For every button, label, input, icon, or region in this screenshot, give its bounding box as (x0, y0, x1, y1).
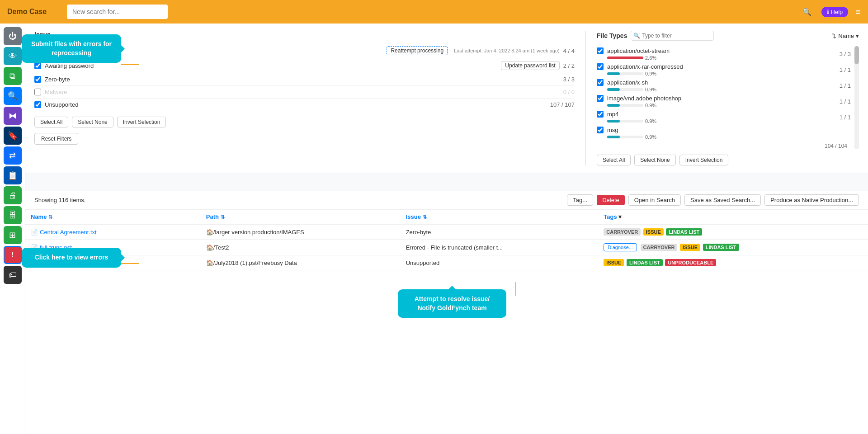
sidebar-item-search[interactable]: 🔍 (4, 87, 22, 105)
mp4-checkbox[interactable] (597, 111, 604, 118)
tooltip-submit[interactable]: Submit files with errors for reprocessin… (22, 34, 121, 63)
sidebar-item-tag[interactable]: 🏷 (4, 266, 22, 284)
ft-octet-bar-bg (607, 57, 643, 59)
diagnose-button[interactable]: Diagnose... (604, 243, 637, 251)
case-title[interactable]: Demo Case (7, 8, 61, 16)
ft-invert-btn[interactable]: Invert Selection (679, 155, 729, 165)
ft-item-psd: image/vnd.adobe.photoshop 0.9% 1 / 1 (597, 94, 851, 109)
reattempt-button[interactable]: Reattempt processing (387, 46, 448, 55)
rar-checkbox[interactable] (597, 63, 604, 70)
print-icon: 🖨 (9, 191, 17, 200)
zerobyte-checkbox[interactable] (34, 76, 41, 83)
col-tags[interactable]: Tags ▾ (598, 210, 868, 224)
unsupported-count: 107 / 107 (550, 101, 575, 108)
issue-sort-icon: ⇅ (423, 214, 427, 220)
tooltip-diagnose[interactable]: Attempt to resolve issue/ Notify GoldFyn… (398, 289, 506, 318)
file-types-section: File Types 🔍 ⇅ Name ▾ (597, 31, 859, 165)
sidebar-item-puzzle[interactable]: ⧓ (4, 107, 22, 125)
save-search-button[interactable]: Save as Saved Search... (684, 194, 761, 206)
malware-checkbox[interactable] (34, 89, 41, 95)
reset-filters-btn[interactable]: Reset Filters (34, 133, 78, 145)
sidebar-item-transfer[interactable]: ⇄ (4, 146, 22, 165)
menu-icon[interactable]: ≡ (855, 7, 861, 17)
ft-item-rar: application/x-rar-compressed 0.9% 1 / 1 (597, 62, 851, 78)
ft-search-wrap: 🔍 (631, 31, 828, 41)
path-sort-icon: ⇅ (221, 214, 225, 220)
row1-issue: Zero-byte (401, 224, 599, 240)
ft-psd-name: image/vnd.adobe.photoshop (607, 95, 836, 102)
copy-icon: ⧉ (9, 71, 15, 81)
unsupported-checkbox[interactable] (34, 101, 41, 108)
col-issue[interactable]: Issue ⇅ (401, 210, 599, 224)
psd-checkbox[interactable] (597, 95, 604, 102)
row1-name: 📄Central Agreement.txt (25, 224, 201, 240)
tooltip-errors[interactable]: Click here to view errors (22, 248, 121, 268)
update-password-button[interactable]: Update password list (501, 61, 559, 70)
password-checkbox[interactable] (34, 62, 41, 69)
ft-rar-bar-bg (607, 72, 643, 75)
sidebar-item-grid[interactable]: ⊞ (4, 226, 22, 244)
ft-mp4-name: mp4 (607, 111, 836, 118)
malware-label: Malware (45, 89, 300, 95)
ft-mp4-count: 1 / 1 (840, 114, 851, 121)
ft-item-mp4: mp4 0.9% 1 / 1 (597, 109, 851, 125)
ft-sort[interactable]: ⇅ Name ▾ (831, 33, 859, 39)
ft-search-input[interactable] (631, 31, 714, 41)
ft-msg-name: msg (607, 127, 847, 133)
ft-total-count: 104 / 104 (597, 143, 851, 149)
msg-checkbox[interactable] (597, 127, 604, 133)
row2-path: 🏠/Test2 (201, 240, 401, 255)
help-button[interactable]: ℹ Help (821, 7, 849, 17)
ft-mp4-bar-bg (607, 120, 643, 123)
sidebar-item-eye[interactable]: 👁 (4, 47, 22, 65)
top-search-input[interactable] (67, 5, 168, 19)
delete-button[interactable]: Delete (597, 195, 625, 205)
power-icon: ⏻ (9, 32, 17, 41)
name-sort-icon: ⇅ (48, 214, 52, 220)
sidebar-item-db[interactable]: 🗄 (4, 206, 22, 224)
tooltip-diagnose-text: Attempt to resolve issue/ Notify GoldFyn… (415, 295, 490, 311)
ft-sh-pct: 0.9% (645, 87, 656, 92)
issue-select-all-btn[interactable]: Select All (34, 117, 68, 127)
tag-button[interactable]: Tag... (567, 194, 593, 206)
ft-sort-icon: ⇅ (831, 33, 836, 39)
ft-sort-label: Name (838, 33, 854, 39)
sidebar-item-doc[interactable]: 📋 (4, 166, 22, 184)
ft-scrollbar[interactable] (854, 46, 859, 149)
issue-item-zerobyte: Zero-byte 3 / 3 (34, 73, 575, 86)
sidebar-item-bookmark[interactable]: 🔖 (4, 127, 22, 145)
octet-checkbox[interactable] (597, 47, 604, 54)
tag-unproduceable-3: UNPRODUCEABLE (665, 259, 716, 266)
table-row: 📄Central Agreement.txt 🏠/larger version … (25, 224, 868, 240)
col-name[interactable]: Name ⇅ (25, 210, 201, 224)
ft-octet-count: 3 / 3 (840, 51, 851, 57)
sidebar-item-alert[interactable]: ! (4, 246, 22, 264)
tags-chevron: ▾ (618, 213, 622, 220)
col-path[interactable]: Path ⇅ (201, 210, 401, 224)
ft-rar-info: application/x-rar-compressed 0.9% (607, 63, 836, 76)
row2-tags: Diagnose... CARRYOVER ISSUE LINDAS LIST (598, 240, 868, 255)
produce-button[interactable]: Produce as Native Production... (764, 194, 859, 206)
errored-count: 4 / 4 (563, 47, 575, 54)
showing-text: Showing 116 items. (34, 197, 563, 203)
connector-diagnose (515, 282, 516, 296)
row1-name-link[interactable]: Central Agreement.txt (40, 229, 97, 236)
ft-items-area: application/octet-stream 2.6% 3 / 3 (597, 46, 859, 149)
issue-invert-btn[interactable]: Invert Selection (117, 117, 166, 127)
main-content: Issue Errored Reattempt processing Last … (25, 24, 868, 434)
ft-sel-btns: Select All Select None Invert Selection (597, 155, 859, 165)
sidebar-item-print[interactable]: 🖨 (4, 186, 22, 204)
sh-checkbox[interactable] (597, 79, 604, 86)
ft-sort-chevron: ▾ (856, 33, 859, 39)
open-in-search-button[interactable]: Open in Search (628, 194, 681, 206)
issue-select-none-btn[interactable]: Select None (72, 117, 113, 127)
tooltip-errors-text: Click here to view errors (35, 254, 108, 261)
ft-sh-name: application/x-sh (607, 79, 836, 86)
errored-subtext: Last attempt: Jan 4, 2022 8:24 am (1 wee… (454, 48, 560, 53)
row1-tags: CARRYOVER ISSUE LINDAS LIST (598, 224, 868, 240)
sidebar-item-power[interactable]: ⏻ (4, 27, 22, 45)
sidebar-item-copy[interactable]: ⧉ (4, 67, 22, 85)
ft-select-none-btn[interactable]: Select None (634, 155, 675, 165)
ft-select-all-btn[interactable]: Select All (597, 155, 631, 165)
tag-issue-2: ISSUE (680, 244, 700, 251)
